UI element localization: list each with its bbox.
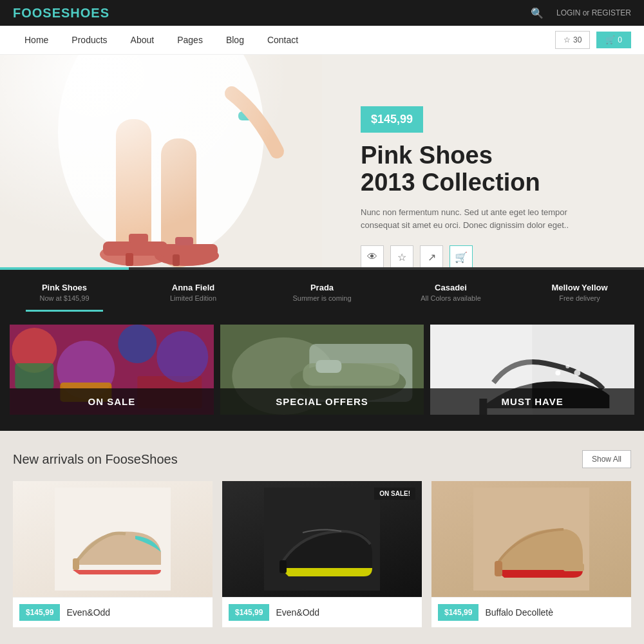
svg-rect-35	[73, 558, 79, 570]
product-info-2: $145,99 Buffalo Decolletè	[431, 597, 631, 627]
svg-rect-40	[564, 564, 584, 571]
wishlist-button[interactable]: ☆ 30	[555, 31, 590, 49]
svg-rect-7	[126, 253, 133, 266]
slider-name-1: Anna Field	[135, 283, 251, 292]
svg-rect-5	[103, 242, 167, 256]
slider-item-3[interactable]: Casadei All Colors available	[386, 276, 515, 308]
category-must-have[interactable]: MUST HAVE	[430, 325, 634, 415]
svg-point-32	[574, 370, 581, 376]
svg-point-1	[58, 55, 264, 261]
product-image-0	[13, 481, 213, 597]
svg-rect-10	[175, 237, 193, 245]
new-arrivals-show-all[interactable]: Show All	[582, 450, 631, 468]
svg-rect-9	[160, 244, 218, 257]
svg-rect-0	[0, 55, 322, 267]
svg-rect-17	[15, 363, 53, 389]
on-sale-badge-1: ON SALE!	[374, 488, 415, 500]
slider-item-0[interactable]: Pink Shoes Now at $145,99	[0, 276, 129, 308]
slider-nav: Pink Shoes Now at $145,99 Anna Field Lim…	[0, 270, 644, 315]
top-bar: FOOSESHOES 🔍 LOGIN or REGISTER	[0, 0, 644, 26]
nav-blog[interactable]: Blog	[214, 27, 256, 53]
hero-title-line1: Pink Shoes	[361, 142, 493, 169]
product-card-0: $145,99 Even&Odd	[13, 481, 213, 627]
svg-rect-37	[279, 560, 287, 573]
slider-items: Pink Shoes Now at $145,99 Anna Field Lim…	[0, 276, 644, 308]
product-card-1: ON SALE! $145,99 Even&Odd	[222, 481, 422, 627]
slider-name-0: Pink Shoes	[6, 283, 122, 292]
hero-image	[0, 55, 322, 267]
slider-item-2[interactable]: Prada Summer is coming	[258, 276, 386, 308]
nav-about[interactable]: About	[119, 27, 166, 53]
view-button[interactable]: 👁	[361, 245, 384, 267]
must-have-label: MUST HAVE	[430, 388, 634, 415]
hero-action-buttons: 👁 ☆ ↗ 🛒	[361, 245, 605, 267]
slider-name-2: Prada	[264, 283, 380, 292]
svg-rect-6	[129, 234, 148, 243]
slider-sub-2: Summer is coming	[264, 294, 380, 302]
new-arrivals-grid: $145,99 Even&Odd ON SALE!	[13, 481, 631, 627]
brand-logo: FOOSESHOES	[13, 6, 109, 21]
slider-sub-1: Limited Edition	[135, 294, 251, 302]
hero-content: $145,99 Pink Shoes 2013 Collection Nunc …	[361, 106, 605, 267]
hero-description: Nunc non fermentum nunc. Sed ut ante ege…	[361, 206, 605, 233]
category-section: ON SALE SPECIAL OFFERS MUST HAVE	[0, 315, 644, 431]
share-button[interactable]: ↗	[420, 245, 443, 267]
cart-icon: 🛒	[605, 35, 615, 44]
nav-products[interactable]: Products	[60, 27, 118, 53]
nav-home[interactable]: Home	[13, 27, 60, 53]
hero-section: $145,99 Pink Shoes 2013 Collection Nunc …	[0, 55, 644, 267]
hero-title-line2: 2013 Collection	[361, 169, 540, 196]
shoe-image-2	[473, 488, 589, 591]
slider-progress	[0, 267, 644, 270]
svg-rect-26	[316, 360, 341, 373]
svg-rect-2	[116, 119, 151, 261]
cart-count: 0	[618, 35, 622, 44]
hero-title: Pink Shoes 2013 Collection	[361, 142, 605, 196]
svg-rect-39	[495, 561, 502, 576]
svg-rect-11	[173, 254, 180, 266]
product-name-1: Even&Odd	[276, 607, 319, 618]
shoe-image-1	[264, 488, 380, 591]
svg-point-4	[100, 243, 171, 266]
nav-bar: Home Products About Pages Blog Contact ☆…	[0, 26, 644, 55]
hero-shoe-svg	[0, 55, 322, 267]
star-icon: ☆	[564, 35, 571, 44]
new-arrivals-title: New arrivals on FooseShoes	[13, 452, 178, 467]
product-price-2: $145,99	[438, 604, 478, 621]
category-on-sale[interactable]: ON SALE	[10, 325, 214, 415]
new-arrivals-header: New arrivals on FooseShoes Show All	[13, 450, 631, 468]
slider-sub-0: Now at $145,99	[6, 294, 122, 302]
nav-pages[interactable]: Pages	[166, 27, 214, 53]
nav-contact[interactable]: Contact	[256, 27, 310, 53]
hero-price-badge: $145,99	[361, 106, 423, 133]
login-register-link[interactable]: LOGIN or REGISTER	[556, 8, 631, 17]
add-to-cart-button[interactable]: 🛒	[450, 245, 473, 267]
cart-button[interactable]: 🛒 0	[596, 32, 631, 48]
svg-point-16	[118, 325, 156, 363]
search-icon[interactable]: 🔍	[531, 7, 544, 19]
slider-name-4: Mellow Yellow	[522, 283, 638, 292]
product-image-2	[431, 481, 631, 597]
svg-rect-3	[161, 138, 196, 267]
product-name-2: Buffalo Decolletè	[485, 607, 553, 618]
slider-sub-4: Free delivery	[522, 294, 638, 302]
slider-progress-fill	[0, 267, 129, 270]
product-price-1: $145,99	[229, 604, 269, 621]
svg-rect-12	[238, 111, 252, 120]
special-offers-label: SPECIAL OFFERS	[220, 388, 424, 415]
svg-point-20	[156, 331, 208, 383]
product-price-0: $145,99	[19, 604, 60, 621]
product-name-0: Even&Odd	[66, 607, 110, 618]
category-special-offers[interactable]: SPECIAL OFFERS	[220, 325, 424, 415]
slider-item-4[interactable]: Mellow Yellow Free delivery	[515, 276, 644, 308]
wishlist-count: 30	[573, 35, 582, 44]
svg-point-30	[556, 370, 561, 375]
slider-sub-3: All Colors available	[393, 294, 509, 302]
slider-item-1[interactable]: Anna Field Limited Edition	[129, 276, 258, 308]
slider-name-3: Casadei	[393, 283, 509, 292]
wishlist-add-button[interactable]: ☆	[390, 245, 413, 267]
product-info-1: $145,99 Even&Odd	[222, 597, 422, 627]
top-right-actions: 🔍 LOGIN or REGISTER	[531, 7, 631, 19]
on-sale-label: ON SALE	[10, 388, 214, 415]
nav-links: Home Products About Pages Blog Contact	[13, 27, 555, 53]
